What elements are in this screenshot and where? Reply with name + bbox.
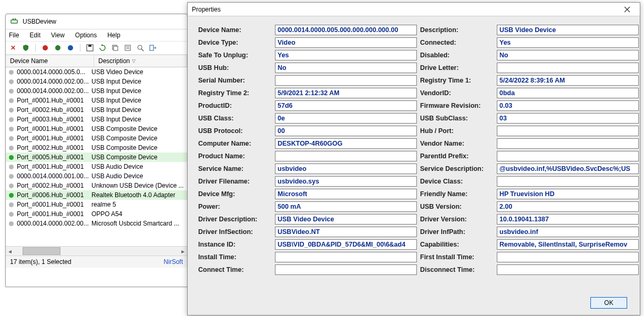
value-registry-time-2[interactable]: 5/9/2021 2:12:32 AM [275,88,417,98]
horizontal-scrollbar[interactable]: ◂ ▸ [6,246,187,256]
scroll-right-icon[interactable]: ▸ [179,247,187,256]
value-usb-class[interactable]: 0e [275,113,417,124]
scroll-left-icon[interactable]: ◂ [6,247,14,256]
label-product-name: Product Name: [198,152,272,160]
value-device-mfg[interactable]: Microsoft [275,189,417,199]
menu-edit[interactable]: Edit [28,30,42,40]
table-row[interactable]: Port_#0003.Hub_#0001USB Input Device [6,115,187,124]
label-first-install-time: First Install Time: [420,253,494,261]
menu-view[interactable]: View [50,30,66,40]
value-registry-time-1[interactable]: 5/24/2022 8:39:16 AM [497,75,639,86]
refresh-icon[interactable] [98,44,107,52]
menu-options[interactable]: Options [74,30,98,40]
value-usb-protocol[interactable]: 00 [275,126,417,136]
cell-description: USB Input Device [91,97,187,104]
value-hub-port[interactable] [497,126,639,136]
value-serial-number[interactable] [275,75,417,86]
value-capabilities[interactable]: Removable, SilentInstall, SurpriseRemov [497,239,639,250]
value-device-type[interactable]: Video [275,37,417,48]
cell-description: Realtek Bluetooth 4.0 Adapter [91,191,187,199]
table-row[interactable]: Port_#0001.Hub_#0001USB Composite Device [6,134,187,143]
value-driver-infpath[interactable]: usbvideo.inf [497,227,639,237]
table-row[interactable]: Port_#0001.Hub_#0001USB Audio Device [6,162,187,171]
value-device-class[interactable] [497,176,639,187]
value-install-time[interactable] [275,252,417,262]
table-row[interactable]: Port_#0002.Hub_#0001USB Composite Device [6,143,187,152]
close-icon[interactable] [619,4,636,15]
dot-green-icon[interactable] [54,44,62,52]
value-connect-time[interactable] [275,264,417,275]
column-header-description[interactable]: Description ▽ [94,55,187,67]
value-safe-to-unplug[interactable]: Yes [275,50,417,60]
shield-icon[interactable] [22,44,30,52]
table-row[interactable]: Port_#0001.Hub_#0001realme 5 [6,200,187,209]
table-row[interactable]: 0000.0014.0000.002.00...USB Input Device [6,77,187,86]
value-usb-hub[interactable]: No [275,63,417,73]
cell-description: USB Video Device [91,68,187,76]
table-row[interactable]: Port_#0001.Hub_#0001OPPO A54 [6,209,187,219]
ok-button[interactable]: OK [590,297,627,309]
titlebar[interactable]: USBDeview [6,14,187,29]
value-service-description[interactable]: @usbvideo.inf,%USBVideo.SvcDesc%;US [497,164,639,174]
value-driver-version[interactable]: 10.0.19041.1387 [497,214,639,225]
column-header-name[interactable]: Device Name [6,55,94,67]
exit-icon[interactable] [149,44,157,52]
table-row[interactable]: Port_#0001.Hub_#0001USB Input Device [6,96,187,105]
value-device-name[interactable]: 0000.0014.0000.005.000.000.000.000.00 [275,25,417,35]
copy-icon[interactable] [111,44,119,52]
properties-icon[interactable] [124,44,132,52]
value-usb-subclass[interactable]: 03 [497,113,639,124]
value-disconnect-time[interactable] [497,264,639,275]
value-friendly-name[interactable]: HP Truevision HD [497,189,639,199]
toolbar: ✕ [6,42,187,55]
table-row[interactable]: Port_#0006.Hub_#0001Realtek Bluetooth 4.… [6,190,187,200]
label-device-class: Device Class: [420,178,494,185]
sort-desc-icon: ▽ [132,58,136,64]
value-vendor-id[interactable]: 0bda [497,88,639,98]
status-dot-icon [9,79,14,84]
label-driver-infpath: Driver InfPath: [420,228,494,236]
value-firmware-revision[interactable]: 0.03 [497,100,639,111]
value-driver-filename[interactable]: usbvideo.sys [275,176,417,187]
value-power[interactable]: 500 mA [275,201,417,212]
table-row[interactable]: 0000.0014.0000.005.0...USB Video Device [6,67,187,77]
scroll-thumb[interactable] [23,247,60,255]
table-row[interactable]: 0000.0014.0000.002.00...Microsoft Usbcci… [6,219,187,228]
value-service-name[interactable]: usbvideo [275,164,417,174]
value-usb-version[interactable]: 2.00 [497,201,639,212]
value-description[interactable]: USB Video Device [497,25,639,35]
menu-help[interactable]: Help [106,30,121,40]
save-icon[interactable] [86,44,94,52]
value-first-install-time[interactable] [497,252,639,262]
menu-file[interactable]: File [8,30,20,40]
value-driver-description[interactable]: USB Video Device [275,214,417,225]
cell-device-name: Port_#0001.Hub_#0001 [17,163,91,170]
value-computer-name[interactable]: DESKTOP-4R60GOG [275,138,417,149]
value-vendor-name[interactable] [497,138,639,149]
table-row[interactable]: Port_#0002.Hub_#0001USB Input Device [6,105,187,115]
dialog-titlebar[interactable]: Properties [188,3,640,16]
value-product-name[interactable] [275,151,417,161]
dot-red-icon[interactable] [41,44,49,52]
value-parentid-prefix[interactable] [497,151,639,161]
table-row[interactable]: 0000.0014.0000.001.00...USB Audio Device [6,171,187,181]
list-header: Device Name Description ▽ [6,55,187,67]
value-driver-infsection[interactable]: USBVideo.NT [275,227,417,237]
value-connected[interactable]: Yes [497,37,639,48]
dot-blue-icon[interactable] [66,44,75,52]
table-row[interactable]: Port_#0001.Hub_#0001USB Composite Device [6,124,187,134]
value-drive-letter[interactable] [497,63,639,73]
value-instance-id[interactable]: USB\VID_0BDA&PID_57D6&MI_00\6&ad4 [275,239,417,250]
nirsoft-link[interactable]: NirSoft [163,258,183,266]
delete-icon[interactable]: ✕ [9,44,17,52]
cell-description: USB Input Device [91,87,187,95]
table-row[interactable]: Port_#0005.Hub_#0001USB Composite Device [6,152,187,162]
table-row[interactable]: Port_#0002.Hub_#0001Unknown USB Device (… [6,181,187,190]
window-title: USBDeview [23,18,56,25]
find-icon[interactable] [136,44,145,52]
value-product-id[interactable]: 57d6 [275,100,417,111]
table-row[interactable]: 0000.0014.0000.002.00...USB Input Device [6,86,187,96]
value-disabled[interactable]: No [497,50,639,60]
device-list[interactable]: 0000.0014.0000.005.0...USB Video Device0… [6,67,187,246]
properties-dialog: Properties Device Name:0000.0014.0000.00… [187,2,640,315]
